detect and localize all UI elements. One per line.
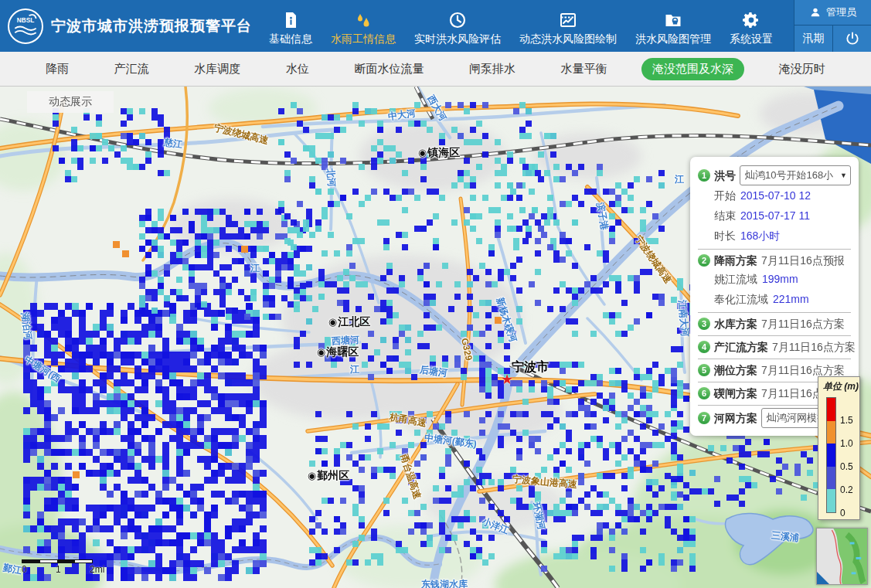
panel-row-label: 碶闸方案 [714,385,757,402]
scalebar-label: 0 [22,564,27,575]
nav-item-2[interactable]: 水雨工情信息 [331,6,396,46]
tab-7[interactable]: 水量平衡 [550,58,618,80]
nav-item-label: 基础信息 [269,32,312,46]
nav-item-4[interactable]: 动态洪水风险图绘制 [519,6,617,46]
brand: NBSL 宁波市城市洪涝预报预警平台 [0,8,252,44]
step-badge: 2 [698,254,710,267]
page-title: 宁波市城市洪涝预报预警平台 [51,16,252,36]
map-canvas[interactable]: 动态展示 ◉镇海区◉江北区◉海曙区◉鄞州区宁波市中大河西大河北河慈江滨子港西塘河… [0,87,871,588]
nav-item-3[interactable]: 实时洪水风险评估 [414,6,501,46]
district-label: ◉鄞州区 [308,469,349,483]
legend-tick-label: 0.2 [840,484,853,495]
tab-9[interactable]: 淹没历时 [768,58,836,80]
app-logo: NBSL [8,8,43,44]
river-label: 西塘河 [332,334,360,348]
district-marker-icon: ◉ [418,147,427,158]
step-badge: 7 [698,412,710,424]
minimap-toggle-icon[interactable] [817,572,829,584]
panel-row-1: 1洪号灿鸿10号开始168小▼开始2015-07-10 12结束2015-07-… [698,163,851,249]
tab-8[interactable]: 淹没范围及水深 [641,58,744,80]
step-badge: 1 [698,169,710,182]
step-badge: 4 [698,341,710,353]
sub-value: 221mm [773,289,809,309]
sub-key: 时长 [714,226,736,246]
legend-title: 单位 (m) [823,380,859,393]
step-badge: 5 [698,364,710,376]
panel-row-label: 水库方案 [714,315,757,332]
nav-item-label: 动态洪水风险图绘制 [519,32,617,46]
city-label: 宁波市 [512,359,549,376]
gear-icon [742,11,760,29]
nav-item-label: 水雨工情信息 [331,32,396,46]
panel-row-2: 2降雨方案7月11日16点预报姚江流域199mm奉化江流域221mm [698,249,851,312]
panel-row-label: 降雨方案 [714,252,757,269]
panel-row-value: 7月11日16点方案 [761,315,845,332]
panel-sub-line: 奉化江流域221mm [698,289,851,309]
step-badge: 3 [698,318,710,330]
tab-5[interactable]: 断面水位流量 [343,58,434,80]
panel-row-label: 潮位方案 [714,362,757,379]
panel-sub-line: 开始2015-07-10 12 [698,185,851,206]
district-marker-icon: ◉ [317,346,325,358]
legend-colorbar [826,397,836,513]
river-label: 三溪浦 [771,529,800,546]
nav-item-6[interactable]: 系统设置 [730,6,773,46]
river-label: 慈江 [163,136,183,151]
nav-item-5[interactable]: 洪水风险图管理 [635,6,711,46]
scheme-select[interactable]: 灿鸿10号开始168小▼ [740,165,851,185]
river-label: 江 [675,173,684,186]
logout-button[interactable] [833,25,871,52]
user-block: 管理员 汛期 [794,0,871,52]
step-badge: 6 [698,387,710,399]
legend-tick-label: 1.0 [840,438,853,449]
tab-1[interactable]: 降雨 [35,58,80,80]
main-nav: 基础信息水雨工情信息实时洪水风险评估动态洪水风险图绘制洪水风险图管理系统设置 [269,6,794,46]
sub-key: 结束 [714,206,736,226]
tab-2[interactable]: 产汇流 [104,58,160,80]
panel-row-label: 河网方案 [714,410,757,427]
sub-tab-bar: 降雨产汇流水库调度水位断面水位流量闸泵排水水量平衡淹没范围及水深淹没历时 [0,52,871,87]
panel-row-label: 洪号 [714,167,736,184]
nav-item-1[interactable]: 基础信息 [269,6,312,46]
district-marker-icon: ◉ [328,316,337,328]
scalebar-label: 2mi [90,564,104,575]
sub-key: 开始 [714,185,736,206]
flood-season-button[interactable]: 汛期 [794,25,833,52]
city-star-marker: ★ [501,371,513,388]
tab-6[interactable]: 闸泵排水 [458,58,526,80]
folder-lock-icon [664,11,682,29]
logo-text: NBSL [17,17,34,24]
district-label: ◉镇海区 [418,146,460,160]
district-label: ◉江北区 [328,315,370,329]
user-menu[interactable]: 管理员 [794,0,871,25]
legend-tick-label: 1.5 [840,415,853,426]
panel-sub-line: 姚江流域199mm [698,269,851,289]
dynamic-display-button[interactable]: 动态展示 [27,91,114,113]
sub-key: 姚江流域 [714,269,757,289]
panel-row-value: 7月11日16点预报 [761,252,845,269]
power-icon [845,31,860,46]
user-label: 管理员 [826,5,856,19]
top-header: NBSL 宁波市城市洪涝预报预警平台 基础信息水雨工情信息实时洪水风险评估动态洪… [0,0,871,52]
overview-minimap[interactable] [816,528,868,585]
map-scalebar: 012mi [22,559,93,574]
chevron-down-icon: ▼ [840,167,847,184]
sub-value: 2015-07-10 12 [740,185,811,206]
user-icon [809,6,822,19]
panel-row-value: 7月11日16点方案 [772,338,856,355]
river-label: 江 [350,363,359,376]
district-marker-icon: ◉ [308,470,316,481]
sub-value: 168小时 [740,226,780,246]
clock-icon [448,11,467,29]
scalebar-label: 1 [56,564,61,575]
sub-value: 199mm [762,269,798,289]
panel-row-3: 3水库方案7月11日16点方案 [698,312,851,335]
river-label: 北河 [323,168,338,187]
nav-item-label: 实时洪水风险评估 [414,32,501,46]
river-label: 江 [250,262,260,275]
tab-3[interactable]: 水库调度 [183,58,251,80]
sub-key: 奉化江流域 [714,289,768,309]
panel-sub-line: 结束2015-07-17 11 [698,206,851,226]
tab-4[interactable]: 水位 [275,58,320,80]
panel-row-label: 产汇流方案 [714,338,768,355]
